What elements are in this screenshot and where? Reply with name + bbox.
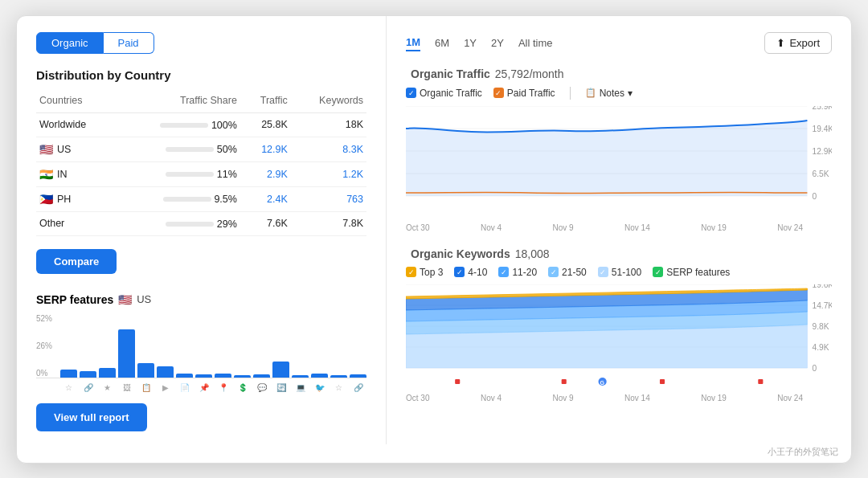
serp-icon: 📌 [195,383,212,392]
legend-label: 4-10 [468,267,487,278]
svg-rect-17 [660,379,665,384]
traffic-cell: 7.6K [240,211,291,235]
organic-keywords-title: Organic Keywords18,008 [406,247,832,260]
country-name-text: PH [57,194,71,205]
legend-item[interactable]: ✓ 4-10 [454,267,487,278]
watermark: 小王子的外贸笔记 [17,444,851,463]
organic-traffic-chart-wrapper: 25.9K 19.4K 12.9K 6.5K 0 Oct 30Nov 4Nov … [406,106,832,232]
export-button[interactable]: ⬆ Export [764,32,832,54]
svg-text:19.4K: 19.4K [813,125,832,133]
legend-divider [570,87,571,100]
organic-traffic-legend: ✓ Organic Traffic✓ Paid Traffic📋 Notes ▾ [406,87,832,100]
traffic-share-cell: 100% [116,112,240,137]
serp-bar [234,375,251,378]
serp-bar [272,362,289,378]
legend-check: ✓ [498,267,509,277]
serp-bar [215,374,231,378]
country-table: Countries Traffic Share Traffic Keywords… [36,92,366,236]
legend-label: Paid Traffic [507,88,555,99]
right-panel: 1M6M1Y2YAll time⬆ Export Organic Traffic… [387,16,851,444]
serp-icon: ☆ [330,383,347,392]
legend-item[interactable]: ✓ Top 3 [406,267,443,278]
keywords-cell[interactable]: 8.3K [291,137,366,161]
legend-label: Top 3 [420,267,443,278]
svg-text:12.9K: 12.9K [813,147,832,156]
legend-item[interactable]: ✓ 51-100 [598,267,641,278]
keywords-cell: 7.8K [291,211,366,235]
legend-item[interactable]: ✓ Organic Traffic [406,88,482,99]
serp-icon: 💻 [292,383,309,392]
serp-bars-area [60,314,366,378]
serp-icon: ☆ [60,383,77,392]
serp-icon: ★ [99,383,116,392]
col-countries: Countries [36,92,116,113]
svg-rect-18 [758,379,763,384]
keywords-cell[interactable]: 763 [291,186,366,211]
legend-item[interactable]: ✓ Paid Traffic [493,88,555,99]
serp-bar [99,368,116,378]
time-tab-2y[interactable]: 2Y [491,35,504,51]
time-tab-6m[interactable]: 6M [435,35,449,51]
serp-bar [253,374,270,378]
traffic-x-labels: Oct 30Nov 4Nov 9Nov 14Nov 19Nov 24 [406,223,832,232]
legend-item[interactable]: ✓ 21-50 [548,267,587,278]
legend-item[interactable]: ✓ 11-20 [498,267,537,278]
left-panel: Organic Paid Distribution by Country Cou… [17,16,387,444]
time-tab-1y[interactable]: 1Y [464,35,477,51]
traffic-cell[interactable]: 2.4K [240,186,291,211]
time-tab-1m[interactable]: 1M [406,35,420,51]
serp-bar [80,371,96,378]
country-name-cell: Worldwide [36,112,116,137]
tab-paid[interactable]: Paid [104,32,154,54]
country-name-text: Other [39,218,64,229]
time-tab-all-time[interactable]: All time [518,35,553,51]
legend-label: 11-20 [512,267,537,278]
traffic-share-cell: 29% [116,211,240,235]
organic-traffic-chart: 25.9K 19.4K 12.9K 6.5K 0 [406,106,832,219]
svg-text:0: 0 [813,364,817,373]
traffic-share-cell: 50% [116,137,240,161]
view-report-button[interactable]: View full report [36,403,147,431]
serp-bar [60,370,77,378]
svg-rect-16 [562,379,567,384]
legend-label: 51-100 [612,267,641,278]
serp-icon: 🐦 [311,383,328,392]
svg-text:9.8K: 9.8K [813,322,829,331]
table-row: Worldwide 100% 25.8K 18K [36,112,366,137]
serp-icon: 🔗 [80,383,96,392]
compare-button[interactable]: Compare [36,249,117,274]
traffic-cell: 25.8K [240,112,291,137]
tab-group: Organic Paid [36,32,366,54]
serp-bar [330,375,347,378]
legend-item[interactable]: ✓ SERP features [653,267,730,278]
traffic-share-cell: 9.5% [116,186,240,211]
legend-check: ✓ [493,88,504,98]
serp-icon: 📄 [176,383,193,392]
main-window: Organic Paid Distribution by Country Cou… [16,15,852,464]
legend-check: ✓ [454,267,465,277]
legend-item[interactable]: 📋 Notes ▾ [585,88,633,99]
country-name-text: US [57,144,71,155]
col-keywords: Keywords [291,92,366,113]
svg-text:19.6K: 19.6K [813,284,832,289]
legend-label: Organic Traffic [420,88,482,99]
traffic-cell[interactable]: 12.9K [240,137,291,161]
keywords-cell[interactable]: 1.2K [291,161,366,186]
country-name-cell: 🇺🇸 US [36,137,116,161]
svg-text:G: G [600,380,605,386]
svg-rect-15 [455,379,460,384]
svg-text:25.9K: 25.9K [813,106,832,111]
legend-check: ✓ [598,267,608,277]
traffic-cell[interactable]: 2.9K [240,161,291,186]
distribution-title: Distribution by Country [36,68,366,82]
serp-chart: 52% 26% 0% [36,314,366,378]
organic-keywords-chart: G 19.6K 14.7K 9.8K 4.9K 0 [406,284,832,389]
serp-bar [350,374,366,378]
legend-check: ✓ [653,267,663,277]
flag-icon: 🇺🇸 [39,143,53,156]
country-name-text: Worldwide [39,119,86,130]
serp-bar [176,374,193,378]
export-icon: ⬆ [776,37,785,49]
tab-organic[interactable]: Organic [36,32,104,54]
organic-keywords-chart-wrapper: G 19.6K 14.7K 9.8K 4.9K 0 Oct 30Nov 4Nov… [406,284,832,402]
